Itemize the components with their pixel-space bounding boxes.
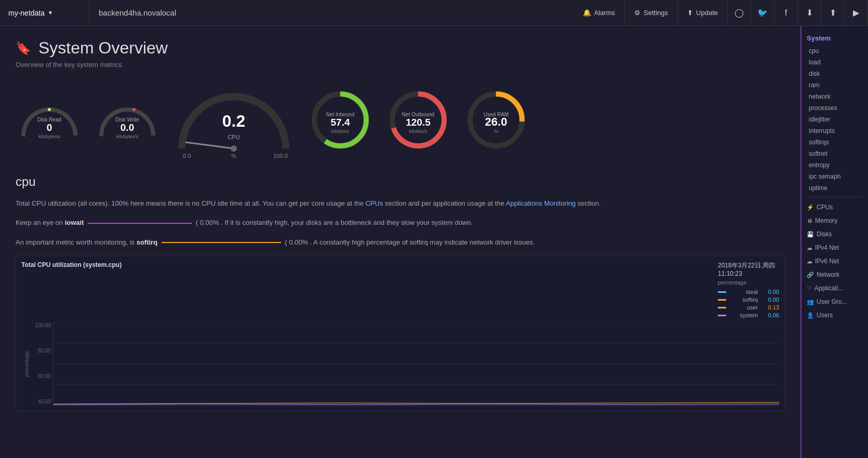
cpu-desc-1: Total CPU utilization (all cores). 100% … [16, 199, 364, 207]
cpu-desc-3: section. [578, 199, 601, 207]
sidebar-group-network[interactable]: 🔗 Network [802, 268, 868, 281]
sidebar-disks-label: Disks [817, 231, 832, 238]
chart-datetime-1: 2018年3月22日,周四 [718, 261, 779, 270]
net-outbound-svg: Net Outbound 120.5 kilobits/s [384, 86, 452, 154]
topnav-actions: 🔔 Alarms ⚙ Settings ⬆ Update ◯ 🐦 f ⬇ ⬆ ▶ [573, 0, 868, 25]
sidebar-item-idlejitter[interactable]: idlejitter [802, 114, 868, 125]
update-button[interactable]: ⬆ Update [678, 0, 728, 25]
layout: 🔖 System Overview Overview of the key sy… [0, 26, 868, 458]
twitter-icon[interactable]: 🐦 [751, 0, 774, 25]
sidebar-item-cpu[interactable]: cpu [802, 45, 868, 57]
disk-read-gauge: Disk Read 0 kilobytes/s [16, 97, 83, 143]
svg-text:CPU: CPU [228, 134, 239, 140]
iowait-value: 0.00% [200, 219, 219, 226]
chart-header: Total CPU utilization (system.cpu) 2018年… [21, 261, 779, 318]
legend-system-value: 0.06 [761, 312, 779, 318]
legend-user-value: 0.13 [761, 304, 779, 311]
disk-write-svg: Disk Write 0.0 kilobytes/s [94, 97, 161, 143]
brand-label: my-netdata [8, 9, 45, 17]
svg-text:0.2: 0.2 [222, 112, 245, 130]
sidebar-group-usergroups[interactable]: 👥 User Gro... [802, 295, 868, 308]
chart-legend: steal 0.00 softirq 0.00 user 0.13 [718, 289, 779, 318]
chart-y-labels: 100.00 80.00 60.00 40.00 [30, 322, 53, 406]
more-icon[interactable]: ▶ [845, 0, 868, 25]
svg-text:57.4: 57.4 [331, 117, 350, 128]
sidebar-group-apps[interactable]: ♡ Applicati... [802, 281, 868, 295]
legend-softirq-color [718, 299, 726, 301]
sidebar-item-entropy[interactable]: entropy [802, 159, 868, 171]
sidebar-group-disks[interactable]: 💾 Disks [802, 227, 868, 241]
iowait-description: Keep an eye on iowait ( 0.00% . If it is… [16, 217, 639, 228]
legend-steal-color [718, 291, 726, 293]
svg-point-9 [231, 145, 237, 152]
sidebar-item-processes[interactable]: processes [802, 102, 868, 114]
softirq-desc: . A constantly high percentage of softir… [310, 238, 535, 246]
used-ram-gauge: Used RAM 26.0 % [462, 86, 530, 154]
cpus-link[interactable]: CPUs [365, 199, 383, 207]
update-label: Update [696, 9, 718, 17]
iowait-paren: ( [196, 219, 200, 226]
settings-button[interactable]: ⚙ Settings [625, 0, 678, 25]
sidebar-group-ipv6[interactable]: ☁ IPv6 Net [802, 254, 868, 268]
sidebar-apps-label: Applicati... [814, 285, 843, 292]
sidebar-item-softirqs[interactable]: softirqs [802, 137, 868, 148]
svg-text:kilobytes/s: kilobytes/s [38, 134, 61, 139]
disk-read-svg: Disk Read 0 kilobytes/s [16, 97, 83, 143]
sidebar-memory-label: Memory [815, 217, 837, 224]
net-inbound-gauge: Net Inbound 57.4 kilobits/s [306, 86, 374, 154]
main-content: 🔖 System Overview Overview of the key sy… [0, 26, 800, 458]
sidebar-item-ram[interactable]: ram [802, 79, 868, 91]
legend-steal-value: 0.00 [761, 289, 779, 295]
sidebar-group-memory[interactable]: 🖥 Memory [802, 214, 868, 227]
sidebar-item-load[interactable]: load [802, 57, 868, 68]
softirq-value: 0.00% [289, 238, 308, 246]
apps-link[interactable]: Applications Monitoring [506, 199, 576, 207]
download-icon[interactable]: ⬇ [798, 0, 821, 25]
facebook-icon[interactable]: f [774, 0, 798, 25]
sidebar-ipv4-label: IPv4 Net [815, 244, 839, 251]
sidebar-system-label[interactable]: System [802, 31, 868, 45]
iowait-text: Keep an eye on [16, 219, 63, 226]
svg-text:0.0: 0.0 [121, 122, 134, 133]
sidebar-item-network[interactable]: network [802, 91, 868, 102]
github-icon[interactable]: ◯ [728, 0, 751, 25]
sidebar-item-softnet[interactable]: softnet [802, 148, 868, 159]
svg-text:100.0: 100.0 [273, 153, 288, 159]
sidebar-network-label: Network [817, 271, 839, 278]
svg-text:26.0: 26.0 [485, 115, 508, 128]
brand-menu[interactable]: my-netdata ▼ [0, 0, 88, 25]
sidebar-item-interrupts[interactable]: interrupts [802, 125, 868, 137]
sidebar-item-ipc[interactable]: ipc semaph [802, 171, 868, 182]
net-outbound-gauge: Net Outbound 120.5 kilobits/s [384, 86, 452, 154]
lightning-icon: ⚡ [807, 204, 814, 211]
net-inbound-svg: Net Inbound 57.4 kilobits/s [306, 86, 374, 154]
sidebar-item-uptime[interactable]: uptime [802, 182, 868, 194]
sidebar-cpus-label: CPUs [817, 204, 833, 211]
sidebar-item-disk[interactable]: disk [802, 68, 868, 79]
legend-softirq-name: softirq [729, 297, 758, 303]
disk-icon: 💾 [807, 231, 814, 238]
sidebar-group-ipv4[interactable]: ☁ IPv4 Net [802, 241, 868, 254]
sidebar-group-users[interactable]: 👤 Users [802, 308, 868, 322]
upload-icon[interactable]: ⬆ [821, 0, 845, 25]
softirq-line [162, 242, 281, 243]
alarms-button[interactable]: 🔔 Alarms [573, 0, 625, 25]
section-cpu-title: cpu [16, 174, 785, 189]
legend-system: system 0.06 [718, 312, 779, 318]
svg-text:0: 0 [47, 122, 52, 133]
iowait-desc: . If it is constantly high, your disks a… [221, 219, 473, 226]
legend-user-color [718, 307, 726, 308]
svg-text:120.5: 120.5 [406, 117, 431, 128]
cpu-gauge: 0.2 CPU 0.0 100.0 % [171, 81, 296, 159]
sidebar-group-cpus[interactable]: ⚡ CPUs [802, 200, 868, 214]
softirq-strong: softirq [137, 238, 157, 246]
svg-text:%: % [231, 153, 236, 159]
sidebar-divider-1 [807, 197, 863, 197]
legend-user: user 0.13 [718, 304, 779, 311]
cloud-icon-2: ☁ [807, 258, 812, 265]
network-icon: 🔗 [807, 272, 814, 278]
cpu-gauge-svg: 0.2 CPU 0.0 100.0 % [171, 81, 296, 159]
chart-title: Total CPU utilization (system.cpu) [21, 261, 122, 268]
cpu-chart: Total CPU utilization (system.cpu) 2018年… [16, 255, 785, 411]
legend-steal: steal 0.00 [718, 289, 779, 295]
